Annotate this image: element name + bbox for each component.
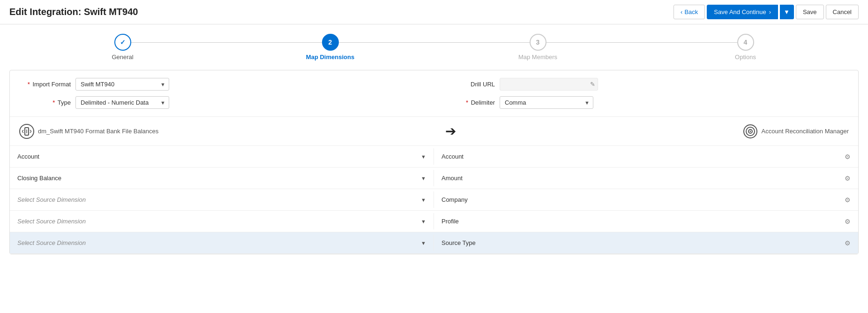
target-name: Account Reconciliation Manager [762,128,849,135]
dimension-row: Select Source Dimension ▼ Profile ⚙ [10,211,858,232]
dim-source-dropdown-arrow-3[interactable]: ▼ [421,219,426,224]
step-3-circle: 3 [530,34,546,51]
delimiter-row: * Delimiter Comma ▼ [443,96,849,109]
dim-target-cell-3: Profile ⚙ [434,213,858,230]
target-badge: Account Reconciliation Manager [743,124,849,139]
dim-gear-icon-3[interactable]: ⚙ [845,218,851,225]
dim-source-cell-2[interactable]: Select Source Dimension ▼ [10,191,434,208]
drill-url-input[interactable] [500,78,598,91]
step-3-label: Map Members [518,53,557,61]
step-4-circle: 4 [737,34,754,51]
dim-source-dropdown-arrow-0[interactable]: ▼ [421,154,426,160]
step-4-label: Options [735,53,756,61]
dim-target-text-0: Account [441,153,464,160]
dim-source-text-0: Account [17,153,39,160]
import-format-select-wrapper: Swift MT940 ▼ [75,78,169,91]
step-2-circle: 2 [322,34,339,51]
forward-chevron-icon: › [769,8,771,15]
delimiter-select-wrapper: Comma ▼ [500,96,593,109]
source-name: dm_Swift MT940 Format Bank File Balances [38,128,158,135]
dimension-row: Select Source Dimension ▼ Company ⚙ [10,189,858,211]
source-badge: dm_Swift MT940 Format Bank File Balances [19,124,158,139]
dim-source-cell-3[interactable]: Select Source Dimension ▼ [10,213,434,229]
main-content: * Import Format Swift MT940 ▼ * Type [0,70,868,264]
import-format-select[interactable]: Swift MT940 [75,78,169,91]
form-panel: * Import Format Swift MT940 ▼ * Type [9,70,859,254]
type-required: * [52,99,55,106]
data-flow-section: dm_Swift MT940 Format Bank File Balances… [10,117,858,146]
dim-gear-icon-0[interactable]: ⚙ [845,153,851,160]
step-1-label: General [112,53,133,61]
dim-target-cell-1: Amount ⚙ [434,170,858,187]
dim-source-cell-0[interactable]: Account ▼ [10,148,434,165]
svg-point-5 [749,130,751,132]
dim-target-cell-4: Source Type ⚙ [434,235,858,252]
delimiter-required: * [466,99,468,106]
form-left: * Import Format Swift MT940 ▼ * Type [19,78,425,109]
cancel-button[interactable]: Cancel [826,5,859,19]
flow-arrow: ➔ [445,123,456,139]
dimension-row: Closing Balance ▼ Amount ⚙ [10,168,858,189]
form-fields-section: * Import Format Swift MT940 ▼ * Type [10,70,858,117]
stepper: ✓ General 2 Map Dimensions 3 Map Members… [0,24,868,70]
dimension-rows-container: Account ▼ Account ⚙ Closing Balance ▼ Am… [10,146,858,254]
page-header: Edit Integration: Swift MT940 ‹ Back Sav… [0,0,868,24]
type-select[interactable]: Delimited - Numeric Data [75,96,169,109]
drill-url-label: Drill URL [443,81,495,88]
step-options: 4 Options [642,34,849,61]
source-icon [19,124,34,139]
source-svg-icon [22,127,31,136]
page-title: Edit Integration: Swift MT940 [9,7,138,17]
save-dropdown-button[interactable]: ▼ [780,5,794,19]
target-bullseye-icon [743,124,758,139]
dim-target-cell-2: Company ⚙ [434,191,858,208]
dim-target-text-3: Profile [441,218,459,225]
step-2-label: Map Dimensions [306,53,354,61]
drill-url-row: Drill URL ✎ [443,78,849,91]
dim-source-text-3: Select Source Dimension [17,218,86,225]
form-right: Drill URL ✎ * Delimiter Comma [443,78,849,109]
save-and-continue-button[interactable]: Save And Continue › [707,5,778,19]
dim-gear-icon-2[interactable]: ⚙ [845,196,851,204]
drill-url-wrapper: ✎ [500,78,598,91]
dimension-row: Select Source Dimension ▼ Source Type ⚙ [10,232,858,254]
dim-source-text-4: Select Source Dimension [17,239,86,246]
dim-gear-icon-4[interactable]: ⚙ [845,239,851,247]
dim-source-dropdown-arrow-2[interactable]: ▼ [421,197,426,203]
import-format-label: * Import Format [19,81,71,88]
save-button[interactable]: Save [796,5,824,19]
dim-gear-icon-1[interactable]: ⚙ [845,175,851,182]
dim-source-text-2: Select Source Dimension [17,196,86,203]
type-select-wrapper: Delimited - Numeric Data ▼ [75,96,169,109]
header-actions: ‹ Back Save And Continue › ▼ Save Cancel [673,5,859,19]
delimiter-label: * Delimiter [443,99,495,106]
dim-target-text-4: Source Type [441,239,476,246]
dim-source-text-1: Closing Balance [17,175,61,182]
delimiter-select[interactable]: Comma [500,96,593,109]
type-row: * Type Delimited - Numeric Data ▼ [19,96,425,109]
dim-target-text-1: Amount [441,175,463,182]
back-button[interactable]: ‹ Back [673,5,705,19]
step-general: ✓ General [19,34,226,61]
dim-source-cell-4[interactable]: Select Source Dimension ▼ [10,235,434,251]
edit-icon[interactable]: ✎ [590,81,595,88]
dim-source-dropdown-arrow-4[interactable]: ▼ [421,240,426,246]
import-format-row: * Import Format Swift MT940 ▼ [19,78,425,91]
type-label: * Type [19,99,71,106]
dim-source-dropdown-arrow-1[interactable]: ▼ [421,176,426,181]
import-format-required: * [28,81,30,88]
dim-source-cell-1[interactable]: Closing Balance ▼ [10,170,434,186]
dimension-row: Account ▼ Account ⚙ [10,146,858,168]
step-1-circle: ✓ [114,34,131,51]
step-map-dimensions: 2 Map Dimensions [226,34,434,61]
back-chevron-icon: ‹ [681,8,682,15]
step-map-members: 3 Map Members [434,34,642,61]
dim-target-cell-0: Account ⚙ [434,148,858,165]
dim-target-text-2: Company [441,196,468,203]
